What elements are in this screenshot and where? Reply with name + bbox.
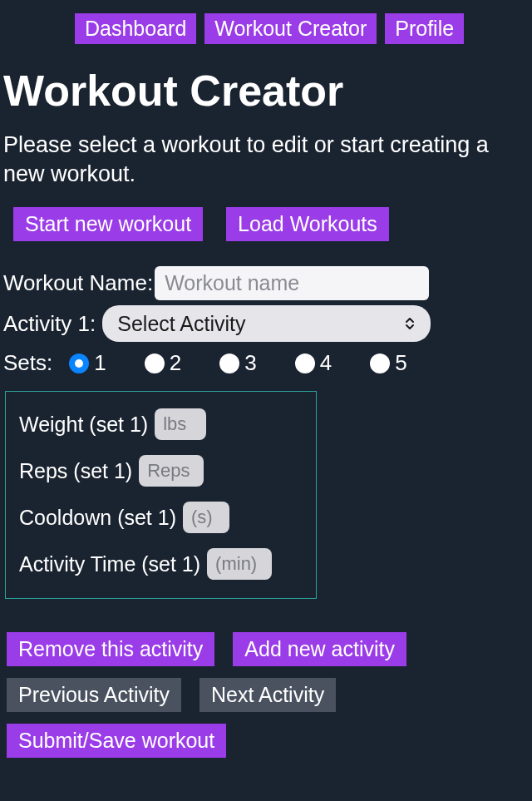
sets-radio-3[interactable]: 3	[219, 350, 256, 376]
workout-name-input[interactable]	[155, 266, 429, 300]
sets-radio-label: 4	[320, 350, 332, 376]
add-activity-button[interactable]: Add new activity	[233, 632, 406, 666]
reps-label: Reps (set 1)	[19, 459, 132, 483]
sets-radio-group: 1 2 3 4 5	[69, 350, 406, 376]
sets-radio-label: 5	[395, 350, 406, 376]
nav-workout-creator[interactable]: Workout Creator	[204, 13, 377, 44]
activity-time-label: Activity Time (set 1)	[19, 552, 200, 576]
radio-icon	[145, 354, 165, 373]
sets-radio-4[interactable]: 4	[295, 350, 332, 376]
sets-radio-label: 2	[170, 350, 181, 376]
radio-icon	[295, 354, 315, 373]
sets-radio-2[interactable]: 2	[145, 350, 181, 376]
radio-icon	[370, 354, 390, 373]
remove-activity-button[interactable]: Remove this activity	[7, 632, 214, 666]
previous-activity-button[interactable]: Previous Activity	[7, 678, 181, 712]
reps-input[interactable]	[139, 455, 204, 487]
load-workouts-button[interactable]: Load Workouts	[226, 207, 389, 241]
radio-icon	[219, 354, 239, 373]
sets-radio-5[interactable]: 5	[370, 350, 406, 376]
sets-radio-1[interactable]: 1	[69, 350, 106, 376]
activity-time-input[interactable]	[207, 548, 272, 580]
activity-select[interactable]: Select Activity	[102, 305, 431, 342]
sets-radio-label: 1	[94, 350, 106, 376]
weight-label: Weight (set 1)	[19, 413, 148, 437]
activity-label: Activity 1:	[3, 311, 96, 337]
nav-profile[interactable]: Profile	[385, 13, 464, 44]
next-activity-button[interactable]: Next Activity	[200, 678, 336, 712]
sets-label: Sets:	[3, 350, 52, 376]
cooldown-label: Cooldown (set 1)	[19, 506, 176, 530]
submit-save-button[interactable]: Submit/Save workout	[7, 724, 226, 758]
nav-dashboard[interactable]: Dashboard	[75, 13, 196, 44]
radio-icon	[69, 354, 89, 373]
sets-radio-label: 3	[244, 350, 256, 376]
weight-input[interactable]	[155, 408, 206, 440]
top-nav: Dashboard Workout Creator Profile	[0, 0, 532, 44]
workout-name-label: Workout Name:	[3, 270, 153, 296]
start-new-workout-button[interactable]: Start new workout	[13, 207, 203, 241]
cooldown-input[interactable]	[183, 502, 229, 533]
set-1-panel: Weight (set 1) Reps (set 1) Cooldown (se…	[5, 391, 317, 599]
page-title: Workout Creator	[3, 66, 532, 116]
page-subtitle: Please select a workout to edit or start…	[3, 131, 529, 189]
